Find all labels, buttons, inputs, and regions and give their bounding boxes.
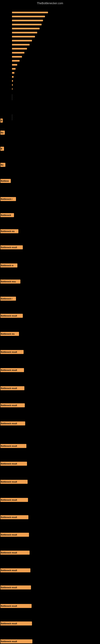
bar-row-result10: Bottleneck result [0,480,28,484]
bar-row-bo2: Bo [0,162,5,167]
bar [12,36,35,38]
bar-result12: Bottleneck result [0,515,28,519]
bar-row-result15: Bottleneck result [0,568,30,572]
bar-row [12,52,24,54]
bar-result14: Bottleneck result [0,550,30,555]
bar-row-re: Bottleneck re [0,263,17,268]
bar [12,72,14,74]
bar-row-result5: Bottleneck result [0,386,24,390]
bar-row [12,12,48,13]
bar [12,80,13,82]
y-axis-line-2 [12,114,12,120]
bar-row [12,16,45,17]
bar-row-result1: Bottleneck result [0,245,23,250]
bar-b1: B [0,147,4,151]
bar [12,16,45,17]
bar-row-bottleneck: Bottleneck [0,213,14,217]
bar-row-result6: Bottleneck result [0,403,25,408]
bar [12,60,20,62]
bar-row [12,68,16,70]
bar-row-bottleneck-r: Bottleneck r [0,197,16,201]
bar [12,20,43,21]
bar-row-result18: Bottleneck result [0,621,32,626]
bar-bottlene: Bottlene [0,179,11,183]
bar-row [12,80,13,82]
bar-row-result13: Bottleneck result [0,532,29,537]
bar-row-result3: Bottleneck result [0,350,24,354]
bar-row-bottleneck-res1: Bottleneck res [0,229,18,234]
bar-result3: Bottleneck result [0,350,24,354]
bar-result10: Bottleneck result [0,480,28,484]
bar-result16: Bottleneck result [0,586,31,590]
bar-row [12,20,43,21]
site-title: TheBottlenecker.com [0,0,100,6]
bar-row-result2: Bottleneck result [0,314,23,318]
bar-row [12,44,30,46]
bar-bo2: Bo [0,163,5,167]
bar-bottleneck-res1: Bottleneck res [0,229,18,233]
bar-row [12,72,14,74]
bar-result11: Bottleneck result [0,498,28,502]
bar-row [12,56,22,58]
bar-row-result9: Bottleneck result [0,462,27,466]
bar-bo1: Bo [0,130,5,135]
bar-row-res2: Bottleneck res [0,332,19,336]
bar-bottleneck-r: Bottleneck r [0,197,16,201]
bar-row [12,84,13,86]
bar-row [12,28,40,30]
bar-row [12,24,42,25]
bar [12,12,48,13]
bar-label-e: B [0,118,3,122]
bar-r2: Bottleneck r [0,297,16,301]
bar-row [12,32,37,34]
bar-result8: Bottleneck result [0,444,26,448]
bar-result13: Bottleneck result [0,533,29,537]
bar [12,56,22,58]
bar-row-result7: Bottleneck result [0,421,25,426]
bar-row-result16: Bottleneck result [0,585,31,590]
bar-bottleneck: Bottleneck [0,213,14,217]
bar [12,24,42,25]
bar-row-result4: Bottleneck result [0,368,24,372]
bar-row-result14: Bottleneck result [0,550,30,555]
bar-result19: Bottleneck result [0,639,32,644]
bar-row [12,60,20,62]
bar-row [12,76,14,78]
bar-re: Bottleneck re [0,264,17,268]
bar [12,76,14,78]
bar-row-e: B [0,118,3,123]
bar-result5: Bottleneck result [0,386,24,390]
bar-row-b1: B [0,146,4,151]
bar-row [12,48,27,50]
bar-result1: Bottleneck result [0,245,23,249]
bar-result18: Bottleneck result [0,622,32,626]
bar-row-result11: Bottleneck result [0,498,28,502]
bar-resu: Bottleneck resu [0,280,20,284]
bar-result2: Bottleneck result [0,314,23,318]
bar-row-result17: Bottleneck result [0,604,32,608]
chart-area: B Bo B Bo Bottlene Bottleneck r Bottlene… [0,6,100,642]
bar [12,48,27,50]
bar-row-resu: Bottleneck resu [0,279,20,284]
bar-result6: Bottleneck result [0,403,25,407]
bar-result9: Bottleneck result [0,462,27,466]
bar [12,28,40,30]
bar [12,84,13,86]
bar-res2: Bottleneck res [0,332,19,336]
bar [12,88,13,90]
bar-row-r2: Bottleneck r [0,296,16,301]
bar [12,64,17,66]
bar-result17: Bottleneck result [0,604,32,608]
bar [12,32,37,34]
bar-row [12,36,35,38]
bar-result7: Bottleneck result [0,422,25,426]
bar-row-bottlene: Bottlene [0,179,11,183]
bar-row-bo1: Bo [0,130,5,135]
bar-result4: Bottleneck result [0,368,24,372]
bar [12,52,24,54]
bar [12,68,16,70]
bar-result15: Bottleneck result [0,568,30,572]
bar [12,44,30,46]
bar-row-result19: Bottleneck result [0,639,32,644]
bar-row-result8: Bottleneck result [0,444,26,448]
